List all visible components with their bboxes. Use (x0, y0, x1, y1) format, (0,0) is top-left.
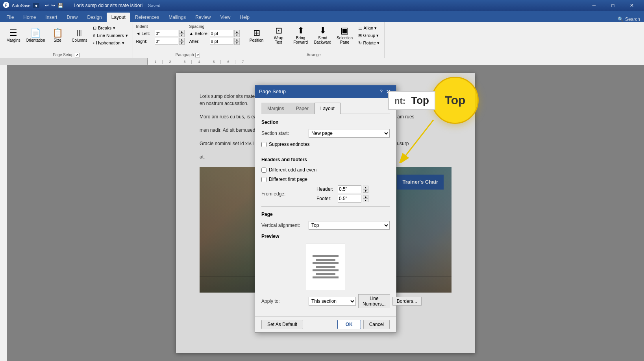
footer-edge-input[interactable] (338, 195, 361, 203)
document-area[interactable]: Loris sump dolor sits mate isidori. Lore… (7, 65, 644, 361)
group-icon: ⊞ (358, 33, 362, 38)
apply-to-select[interactable]: This section Whole document This point f… (309, 297, 356, 306)
tab-home[interactable]: Home (19, 13, 41, 22)
dialog-help[interactable]: ? (380, 88, 383, 96)
orientation-btn[interactable]: 📄 Orientation (25, 24, 46, 47)
paragraph-expand-btn[interactable]: ↗ (195, 53, 200, 57)
page-setup-footer: Page Setup ↗ (53, 52, 80, 58)
close-btn[interactable]: ✕ (623, 0, 641, 11)
tab-view[interactable]: View (216, 13, 235, 22)
left-indent-label: ◄ Left: (136, 31, 154, 36)
autosave-toggle[interactable]: ● (33, 3, 40, 8)
from-edge-label: From edge: (261, 190, 309, 197)
line-numbers-dropdown[interactable]: ▾ (126, 33, 128, 38)
header-edge-input[interactable] (338, 185, 361, 193)
group-btn[interactable]: ⊞ Group ▾ (357, 32, 381, 39)
tab-layout-dialog[interactable]: Layout (315, 103, 341, 114)
margins-btn[interactable]: ☰ Margins (3, 24, 24, 47)
send-backward-btn[interactable]: ⬇ Send Backward (313, 24, 333, 47)
before-label: ▲ Before: (189, 31, 209, 36)
cancel-btn[interactable]: Cancel (363, 320, 390, 329)
right-indent-label: Right: (136, 39, 154, 44)
after-up[interactable]: ▲ (234, 38, 240, 41)
breaks-btn[interactable]: ⊟ Breaks ▾ (91, 24, 130, 31)
set-as-default-btn[interactable]: Set As Default (261, 320, 303, 329)
undo-btn[interactable]: ↩ (45, 3, 49, 8)
separator-1 (261, 152, 390, 152)
before-up[interactable]: ▲ (234, 30, 240, 33)
left-indent-down[interactable]: ▼ (179, 33, 185, 37)
tab-help[interactable]: Help (235, 13, 254, 22)
vertical-alignment-select[interactable]: Top Center Justified Bottom (309, 221, 390, 230)
save-btn[interactable]: 💾 (57, 3, 63, 8)
different-odd-even-checkbox[interactable] (261, 168, 266, 173)
different-first-page-row: Different first page (261, 176, 390, 183)
bring-forward-icon: ⬆ (297, 26, 304, 35)
tab-review[interactable]: Review (191, 13, 215, 22)
indent-spacing-content: Indent ◄ Left: ▲ ▼ Right: ▲ ▼ (136, 24, 240, 52)
page-setup-expand-btn[interactable]: ↗ (75, 53, 80, 57)
tab-insert[interactable]: Insert (41, 13, 62, 22)
title-bar-controls: ─ □ ✕ (585, 0, 641, 11)
bring-forward-btn[interactable]: ⬆ Bring Forward (291, 24, 311, 47)
selection-pane-btn[interactable]: ▣ Selection Pane (335, 24, 355, 47)
footer-edge-up[interactable]: ▲ (363, 195, 368, 199)
size-btn[interactable]: 📋 Size (47, 24, 68, 47)
tab-layout[interactable]: Layout (107, 13, 130, 22)
header-edge-down[interactable]: ▼ (363, 189, 368, 193)
orientation-icon: 📄 (30, 29, 41, 37)
align-btn[interactable]: ⚌ Align ▾ (357, 24, 381, 31)
redo-btn[interactable]: ↪ (51, 3, 55, 8)
different-odd-even-label: Different odd and even (269, 166, 316, 173)
dialog-content: Margins Paper Layout Section Section sta… (255, 98, 396, 316)
left-indent-input[interactable] (155, 30, 178, 37)
hyphenation-dropdown[interactable]: ▾ (122, 41, 124, 46)
dialog-title: Page Setup (259, 88, 286, 96)
header-edge-up[interactable]: ▲ (363, 186, 368, 189)
search-label[interactable]: Search (625, 17, 640, 22)
tab-draw[interactable]: Draw (62, 13, 82, 22)
position-btn[interactable]: ⊞ Position (246, 24, 267, 47)
tab-file[interactable]: File (2, 13, 19, 22)
ribbon: ☰ Margins 📄 Orientation 📋 Size ⫼ Columns… (0, 22, 644, 58)
line-numbers-dialog-btn[interactable]: Line Numbers... (358, 294, 390, 308)
right-indent-input[interactable] (155, 38, 178, 45)
callout-text-box: nt: Top (388, 91, 435, 110)
tab-references[interactable]: References (130, 13, 164, 22)
after-input[interactable] (210, 38, 233, 45)
right-indent-down[interactable]: ▼ (179, 41, 185, 45)
borders-dialog-btn[interactable]: Borders... (392, 297, 422, 306)
tab-design[interactable]: Design (82, 13, 106, 22)
left-ruler (0, 65, 7, 361)
section-start-select[interactable]: New page (309, 129, 390, 138)
tab-paper[interactable]: Paper (290, 103, 315, 114)
ribbon-group-page-setup: ☰ Margins 📄 Orientation 📋 Size ⫼ Columns… (0, 22, 133, 58)
footer-edge-down[interactable]: ▼ (363, 199, 368, 202)
ribbon-group-indent-spacing: Indent ◄ Left: ▲ ▼ Right: ▲ ▼ (133, 22, 243, 58)
position-icon: ⊞ (253, 29, 260, 37)
after-spinbox: ▲ ▼ (234, 38, 240, 45)
before-spacing-row: ▲ Before: ▲ ▼ (189, 30, 240, 37)
hyphenation-btn[interactable]: ⸗ Hyphenation ▾ (91, 39, 130, 46)
page-setup-dialog[interactable]: Page Setup ? ✕ Margins Paper Layout (255, 85, 396, 333)
after-down[interactable]: ▼ (234, 41, 240, 45)
section-start-row: Section start: New page (261, 129, 390, 138)
right-indent-up[interactable]: ▲ (179, 38, 185, 41)
suppress-endnotes-label: Suppress endnotes (269, 141, 309, 148)
line-numbers-btn[interactable]: # Line Numbers ▾ (91, 32, 130, 39)
before-down[interactable]: ▼ (234, 33, 240, 37)
wrap-text-btn[interactable]: ⊡ Wrap Text (268, 24, 289, 47)
minimize-btn[interactable]: ─ (585, 0, 603, 11)
breaks-dropdown[interactable]: ▾ (113, 26, 115, 31)
tab-margins[interactable]: Margins (261, 103, 290, 114)
rotate-btn[interactable]: ↻ Rotate ▾ (357, 39, 381, 46)
before-input[interactable] (210, 30, 233, 37)
tab-mailings[interactable]: Mailings (164, 13, 191, 22)
left-indent-up[interactable]: ▲ (179, 30, 185, 33)
columns-btn[interactable]: ⫼ Columns (69, 24, 90, 47)
suppress-endnotes-checkbox[interactable] (261, 142, 266, 147)
different-first-page-checkbox[interactable] (261, 177, 266, 182)
maximize-btn[interactable]: □ (604, 0, 622, 11)
ribbon-tabs: File Home Insert Draw Design Layout Refe… (0, 11, 644, 22)
ok-btn[interactable]: OK (337, 320, 361, 329)
